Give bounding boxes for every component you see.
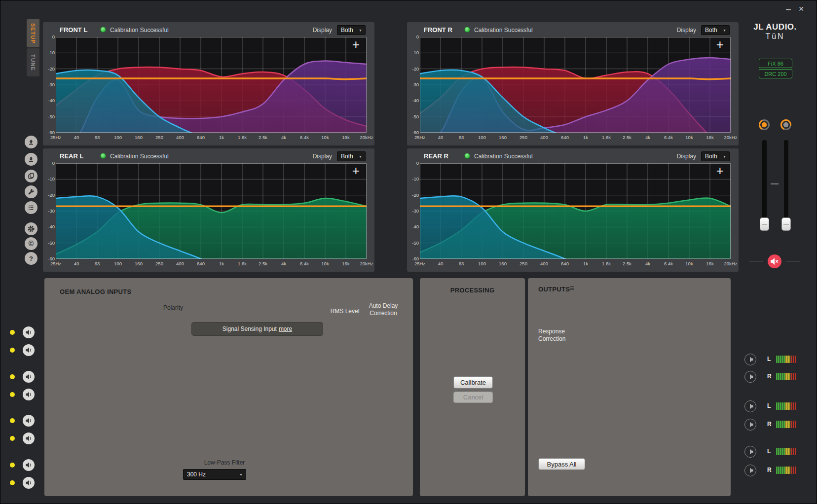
brand-logo: JL AUDIO. [736, 22, 815, 32]
x-axis-tick-label: 4k [645, 261, 650, 266]
input-2-monitor-speaker-icon[interactable] [23, 344, 35, 356]
response-plot: + [56, 163, 367, 259]
x-axis-tick-label: 25Hz [50, 135, 61, 140]
right-level-knob[interactable] [780, 118, 792, 133]
tools-icon[interactable] [25, 185, 37, 198]
mute-button[interactable] [768, 254, 781, 268]
input-lpf-dropdown[interactable]: 300 Hz ▼ [183, 469, 246, 480]
chart-zoom-button[interactable]: + [352, 163, 360, 178]
input-6-monitor-speaker-icon[interactable] [23, 432, 35, 444]
y-axis-tick-label: -30 [408, 208, 419, 214]
y-axis-tick-label: 0 [408, 160, 419, 166]
tab-tune[interactable]: TUNE [27, 48, 39, 76]
left-level-knob[interactable] [758, 118, 771, 133]
output-monitor-speaker-icon-6[interactable] [744, 465, 756, 476]
x-axis-tick-label: 16k [342, 135, 349, 140]
device-badge-drc: DRC 200 [759, 69, 792, 78]
display-mode-dropdown[interactable]: Both ▼ [701, 151, 730, 161]
response-correction-label: ResponseCorrection [538, 328, 565, 343]
y-axis-tick-label: -40 [44, 98, 55, 103]
mute-divider-left [749, 261, 763, 261]
x-axis-tick-label: 400 [176, 135, 184, 140]
tab-setup[interactable]: SETUP [27, 19, 39, 47]
x-axis-tick-label: 1.6k [602, 135, 611, 140]
y-axis-tick-label: -50 [44, 114, 55, 119]
x-axis-tick-label: 1.6k [238, 135, 247, 140]
x-axis-tick-label: 25Hz [414, 135, 425, 140]
minimize-button[interactable]: – [783, 4, 794, 14]
x-axis-tick-label: 400 [176, 261, 184, 266]
calibrate-button[interactable]: Calibrate [453, 376, 493, 389]
right-volume-slider-handle[interactable] [781, 217, 791, 231]
input-8-monitor-speaker-icon[interactable] [23, 477, 35, 489]
output-monitor-speaker-icon-3[interactable] [744, 400, 756, 412]
left-volume-slider-handle[interactable] [760, 217, 769, 231]
input-lpf-value: 300 Hz [187, 471, 206, 478]
chart-zoom-button[interactable]: + [716, 37, 724, 52]
x-axis-tick-label: 100 [478, 261, 486, 266]
input-7-monitor-speaker-icon[interactable] [23, 459, 35, 471]
help-icon[interactable]: ? [25, 252, 37, 265]
chevron-down-icon: ▼ [359, 155, 362, 158]
signal-sensing-button[interactable]: Signal Sensing Input more [191, 322, 323, 336]
x-axis-tick-label: 40 [74, 135, 79, 140]
x-axis-tick-label: 16k [342, 261, 349, 266]
output-monitor-speaker-icon-4[interactable] [744, 419, 756, 431]
open-file-icon[interactable] [25, 136, 37, 148]
cancel-button[interactable]: Cancel [453, 392, 493, 403]
x-axis-tick-label: 25Hz [50, 261, 61, 266]
list-icon[interactable] [25, 201, 37, 214]
copy-icon[interactable] [25, 170, 37, 182]
chart-zoom-button[interactable]: + [716, 163, 724, 178]
input-2-active-dot [10, 348, 15, 353]
input-5-active-dot [10, 418, 15, 423]
output-monitor-speaker-icon-1[interactable] [744, 354, 756, 365]
close-button[interactable]: ✕ [796, 5, 807, 15]
input-1-monitor-speaker-icon[interactable] [23, 326, 35, 338]
calibration-status-text: Calibration Successful [110, 27, 169, 34]
settings-icon[interactable] [25, 222, 37, 235]
x-axis-tick-label: 63 [95, 135, 100, 140]
copyright-icon[interactable]: © [25, 237, 37, 250]
display-mode-dropdown[interactable]: Both ▼ [701, 25, 730, 35]
input-5-monitor-speaker-icon[interactable] [23, 415, 35, 427]
x-axis-tick-label: 1k [583, 135, 588, 140]
y-axis-tick-label: -30 [408, 82, 419, 87]
input-3-monitor-speaker-icon[interactable] [23, 371, 35, 383]
series-target-line [56, 78, 367, 79]
signal-sensing-more-link[interactable]: more [279, 325, 292, 332]
x-axis-tick-label: 63 [95, 261, 100, 266]
chart-card-rear-r: REAR R Calibration Successful Display Bo… [407, 148, 739, 272]
outputs-menu-icon[interactable]: ≡ [569, 284, 574, 293]
signal-sensing-label: Signal Sensing Input [223, 325, 277, 332]
x-axis-tick-label: 400 [540, 135, 548, 140]
display-mode-dropdown[interactable]: Both ▼ [337, 25, 366, 35]
x-axis-tick-label: 10k [685, 135, 693, 140]
display-mode-dropdown[interactable]: Both ▼ [337, 151, 366, 161]
x-axis-tick-label: 640 [197, 261, 205, 266]
level-meter-4 [776, 421, 796, 428]
app-window: – ✕ SETUP TUNE ©? 1Input 1 Front L+0.28 … [0, 0, 817, 504]
calibration-status-led [100, 27, 106, 33]
input-4-active-dot [10, 392, 15, 397]
input-7-active-dot [10, 463, 15, 468]
tab-setup-label: SETUP [30, 23, 36, 44]
output-monitor-speaker-icon-5[interactable] [744, 446, 756, 458]
x-axis-tick-label: 2.5k [623, 135, 631, 140]
input-3-active-dot [10, 374, 15, 379]
bypass-all-button[interactable]: Bypass All [538, 458, 585, 470]
x-axis-tick-label: 100 [478, 135, 486, 140]
chart-zoom-button[interactable]: + [352, 37, 360, 52]
x-axis-tick-label: 100 [114, 261, 122, 266]
output-monitor-speaker-icon-2[interactable] [744, 371, 756, 383]
meter-label-1: L [767, 356, 771, 362]
x-axis-tick-label: 40 [438, 135, 444, 140]
x-axis-tick-label: 160 [135, 135, 143, 140]
chart-title: REAR L [60, 152, 83, 160]
save-file-icon[interactable] [25, 153, 37, 166]
chart-card-front-r: FRONT R Calibration Successful Display B… [407, 22, 739, 145]
x-axis-tick-label: 4k [645, 135, 650, 140]
input-4-monitor-speaker-icon[interactable] [23, 389, 35, 400]
meter-label-3: L [767, 402, 771, 409]
processing-panel-title: PROCESSING [420, 287, 525, 294]
